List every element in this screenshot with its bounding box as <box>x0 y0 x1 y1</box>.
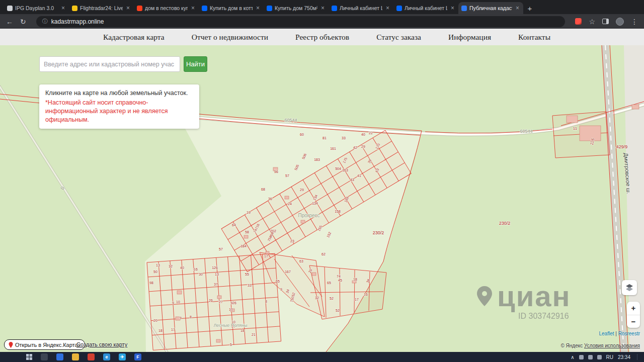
layers-icon <box>625 283 634 292</box>
map-label: 21 <box>252 333 256 336</box>
nav-item[interactable]: Кадастровая карта <box>103 33 165 42</box>
map-label: 64 <box>232 223 236 227</box>
menu-kebab-icon[interactable]: ⋮ <box>631 18 638 25</box>
tab-title: Купить дом в коттедж <box>210 5 253 11</box>
search-button[interactable]: Найти <box>184 56 207 72</box>
tray-wifi-icon[interactable] <box>588 355 593 359</box>
open-in-yandex-label: Открыть в Яндекс.Картах <box>15 342 80 348</box>
map-label: 16 <box>194 267 198 271</box>
map-label: 52 <box>336 309 340 312</box>
map-label: 22 <box>369 131 373 135</box>
tab-close-icon[interactable]: × <box>515 5 520 12</box>
tab-close-icon[interactable]: × <box>320 5 326 12</box>
browser-tab[interactable]: Личный кабинет ЦИА× <box>393 2 458 14</box>
rosreestr-link[interactable]: Rosreestr <box>618 331 640 336</box>
tab-close-icon[interactable]: × <box>60 5 66 12</box>
map-attribution: Leaflet | Rosreestr <box>599 331 640 336</box>
tab-close-icon[interactable]: × <box>255 5 261 12</box>
map-label: 32 <box>315 296 319 300</box>
tray-chevron-icon[interactable]: ∧ <box>571 354 574 360</box>
taskbar-app-flightradar-icon[interactable]: F <box>134 353 141 360</box>
browser-tab[interactable]: Публичная кадастров× <box>458 2 523 14</box>
map-label: 57 <box>285 174 289 177</box>
tab-title: дом в пестово купить <box>145 5 188 11</box>
map-label: 504 <box>335 167 341 170</box>
browser-tab[interactable]: дом в пестово купить× <box>134 2 199 14</box>
map-label: 161 <box>330 147 336 150</box>
bookmark-star-icon[interactable]: ☆ <box>589 18 595 25</box>
map-label: 8 <box>265 300 267 303</box>
map-label: Лесные Поляны <box>213 323 247 328</box>
map-label: 37 <box>214 283 218 286</box>
tab-title: Публичная кадастров <box>469 5 512 11</box>
windows-start-icon[interactable] <box>25 353 33 360</box>
map-label: 20 <box>153 319 157 322</box>
map-label: 17 <box>355 298 359 301</box>
taskbar: e✈F ∧ RU 23:34 <box>0 352 644 362</box>
open-in-yandex-button[interactable]: Открыть в Яндекс.Картах <box>4 339 85 350</box>
map-label: 56 <box>274 170 278 173</box>
map-label: 126 <box>212 266 218 269</box>
tab-favicon <box>461 6 467 11</box>
browser-tab[interactable]: IPG Dayplan 3.0× <box>4 2 69 14</box>
map-label: 36 <box>268 197 272 201</box>
address-bar[interactable]: ⓘ kadastrmapp.online <box>36 16 566 27</box>
create-map-link[interactable]: Создать свою карту <box>76 341 127 347</box>
tray-clock[interactable]: 23:34 <box>618 354 630 360</box>
terms-of-use-link[interactable]: Условия использования <box>584 343 640 348</box>
taskbar-app-camera-icon[interactable] <box>41 353 48 360</box>
map-label: 167 <box>285 270 291 274</box>
nav-item[interactable]: Контакты <box>518 33 550 42</box>
search-input[interactable] <box>39 56 180 72</box>
nav-item[interactable]: Информация <box>448 33 491 42</box>
taskbar-app-browser-icon[interactable] <box>88 353 95 360</box>
browser-tab[interactable]: Flightradar24: Live Flig× <box>69 2 134 14</box>
tab-close-icon[interactable]: × <box>125 5 131 12</box>
zoom-out-button[interactable]: − <box>627 315 640 328</box>
map-label: 158 <box>335 210 341 213</box>
map-label: 60544 <box>284 118 297 123</box>
back-icon[interactable]: ← <box>6 18 13 25</box>
tab-close-icon[interactable]: × <box>450 5 455 12</box>
map-label: 13 <box>156 263 160 267</box>
taskbar-app-edge-icon[interactable]: e <box>103 353 110 360</box>
map-label: 23 <box>290 239 294 243</box>
tab-favicon <box>7 6 13 11</box>
taskbar-app-files-icon[interactable] <box>72 353 79 360</box>
map-label: 9 <box>172 301 174 305</box>
tab-close-icon[interactable]: × <box>190 5 196 12</box>
notification-edge[interactable] <box>637 354 641 360</box>
map-label: 163 <box>342 168 348 172</box>
map-container: 6081334022170161422917550618316339504414… <box>0 45 644 352</box>
tray-language[interactable]: RU <box>606 354 613 360</box>
new-tab-button[interactable]: + <box>523 2 536 14</box>
profile-avatar[interactable] <box>616 18 624 26</box>
browser-tab[interactable]: Купить дом 750м² ул× <box>264 2 329 14</box>
tab-title: Flightradar24: Live Flig <box>80 5 123 11</box>
layers-button[interactable] <box>622 280 637 295</box>
tab-close-icon[interactable]: × <box>385 5 390 12</box>
extension-icon[interactable] <box>575 18 582 25</box>
nav-item[interactable]: Отчет о недвижимости <box>192 33 268 42</box>
taskbar-app-telegram-icon[interactable]: ✈ <box>119 353 126 360</box>
map-label: Прогресс <box>298 213 319 218</box>
url-text: kadastrmapp.online <box>51 18 104 25</box>
map-label: 98 <box>149 281 153 285</box>
nav-item[interactable]: Реестр объектов <box>295 33 349 42</box>
browser-tab[interactable]: Купить дом в коттедж× <box>199 2 264 14</box>
taskbar-app-mail-icon[interactable] <box>56 353 63 360</box>
browser-tab[interactable]: Личный кабинет ЦИА× <box>329 2 393 14</box>
nav-item[interactable]: Статус заказа <box>376 33 421 42</box>
tray-volume-icon[interactable] <box>597 355 602 359</box>
map-label: 230/2 <box>373 230 384 235</box>
map-label: 81 <box>323 136 327 140</box>
site-info-icon[interactable]: ⓘ <box>42 18 48 25</box>
sidebar-panel-icon[interactable] <box>602 19 609 24</box>
tray-shield-icon[interactable] <box>579 355 584 359</box>
map-label: 230/2 <box>499 221 511 226</box>
leaflet-link[interactable]: Leaflet <box>599 331 614 336</box>
refresh-icon[interactable]: ↻ <box>20 18 26 25</box>
zoom-in-button[interactable]: + <box>627 302 640 315</box>
map-label: 13 <box>215 273 219 276</box>
map-label: 62 <box>321 252 326 256</box>
